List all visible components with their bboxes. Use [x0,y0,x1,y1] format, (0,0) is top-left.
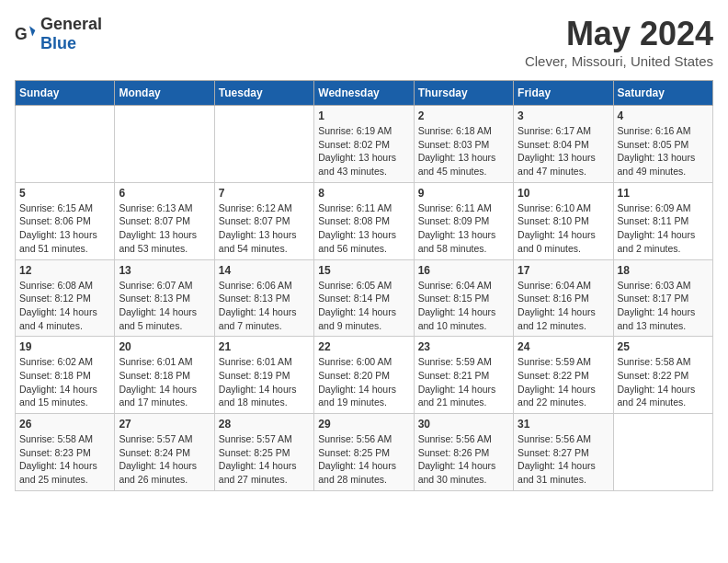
day-number: 7 [219,187,310,200]
day-number: 11 [618,187,709,200]
day-info: Sunrise: 6:10 AMSunset: 8:10 PMDaylight:… [518,201,609,256]
day-info: Sunrise: 6:08 AMSunset: 8:12 PMDaylight:… [19,279,110,333]
subtitle: Clever, Missouri, United States [525,53,713,69]
day-info: Sunrise: 6:12 AMSunset: 8:07 PMDaylight:… [219,201,310,256]
day-number: 21 [219,340,310,353]
day-cell: 5Sunrise: 6:15 AMSunset: 8:06 PMDaylight… [16,182,115,259]
day-cell: 28Sunrise: 5:57 AMSunset: 8:25 PMDayligh… [214,414,313,491]
day-cell: 19Sunrise: 6:02 AMSunset: 8:18 PMDayligh… [16,337,115,414]
day-info: Sunrise: 5:56 AMSunset: 8:25 PMDaylight:… [318,432,409,487]
day-info: Sunrise: 6:11 AMSunset: 8:08 PMDaylight:… [318,201,409,256]
day-cell: 27Sunrise: 5:57 AMSunset: 8:24 PMDayligh… [115,414,214,491]
weekday-header-saturday: Saturday [613,81,712,106]
day-cell: 14Sunrise: 6:06 AMSunset: 8:13 PMDayligh… [214,259,313,337]
weekday-header-monday: Monday [115,81,214,106]
day-number: 8 [318,187,409,200]
day-number: 12 [19,264,110,277]
day-cell: 22Sunrise: 6:00 AMSunset: 8:20 PMDayligh… [314,337,414,414]
day-cell: 30Sunrise: 5:56 AMSunset: 8:26 PMDayligh… [414,414,513,491]
logo: G General Blue [15,15,102,53]
day-number: 22 [318,340,409,353]
day-info: Sunrise: 6:02 AMSunset: 8:18 PMDaylight:… [19,355,110,409]
day-info: Sunrise: 6:04 AMSunset: 8:16 PMDaylight:… [518,279,609,333]
week-row-1: 1Sunrise: 6:19 AMSunset: 8:02 PMDaylight… [16,106,713,183]
day-info: Sunrise: 6:09 AMSunset: 8:11 PMDaylight:… [618,201,709,256]
day-cell: 2Sunrise: 6:18 AMSunset: 8:03 PMDaylight… [414,106,513,183]
day-info: Sunrise: 6:04 AMSunset: 8:15 PMDaylight:… [418,279,509,333]
day-number: 29 [318,418,409,431]
day-info: Sunrise: 6:07 AMSunset: 8:13 PMDaylight:… [119,279,210,333]
day-number: 4 [618,109,709,122]
header: G General Blue May 2024 Clever, Missouri… [15,15,713,69]
day-info: Sunrise: 5:58 AMSunset: 8:22 PMDaylight:… [618,355,709,409]
day-info: Sunrise: 5:57 AMSunset: 8:25 PMDaylight:… [219,432,310,487]
day-cell: 16Sunrise: 6:04 AMSunset: 8:15 PMDayligh… [414,259,513,337]
week-row-2: 5Sunrise: 6:15 AMSunset: 8:06 PMDaylight… [16,182,713,259]
day-info: Sunrise: 6:15 AMSunset: 8:06 PMDaylight:… [19,201,110,256]
day-cell [16,106,115,183]
logo-general-text: General [40,15,102,33]
day-cell: 11Sunrise: 6:09 AMSunset: 8:11 PMDayligh… [613,182,712,259]
day-cell: 13Sunrise: 6:07 AMSunset: 8:13 PMDayligh… [115,259,214,337]
day-number: 18 [618,264,709,277]
day-cell: 29Sunrise: 5:56 AMSunset: 8:25 PMDayligh… [314,414,414,491]
day-number: 16 [418,264,509,277]
day-info: Sunrise: 6:18 AMSunset: 8:03 PMDaylight:… [418,124,509,178]
day-cell [115,106,214,183]
title-section: May 2024 Clever, Missouri, United States [525,15,713,69]
weekday-header-sunday: Sunday [16,81,115,106]
day-info: Sunrise: 5:59 AMSunset: 8:22 PMDaylight:… [518,355,609,409]
day-number: 27 [119,418,210,431]
svg-text:G: G [15,25,28,43]
day-cell: 23Sunrise: 5:59 AMSunset: 8:21 PMDayligh… [414,337,513,414]
day-number: 26 [19,418,110,431]
day-cell [214,106,313,183]
day-number: 28 [219,418,310,431]
day-number: 14 [219,264,310,277]
day-cell: 7Sunrise: 6:12 AMSunset: 8:07 PMDaylight… [214,182,313,259]
week-row-3: 12Sunrise: 6:08 AMSunset: 8:12 PMDayligh… [16,259,713,337]
day-info: Sunrise: 6:06 AMSunset: 8:13 PMDaylight:… [219,279,310,333]
day-info: Sunrise: 6:16 AMSunset: 8:05 PMDaylight:… [618,124,709,178]
day-number: 15 [318,264,409,277]
weekday-header-row: SundayMondayTuesdayWednesdayThursdayFrid… [16,81,713,106]
day-cell: 1Sunrise: 6:19 AMSunset: 8:02 PMDaylight… [314,106,414,183]
day-cell: 21Sunrise: 6:01 AMSunset: 8:19 PMDayligh… [214,337,313,414]
day-cell: 25Sunrise: 5:58 AMSunset: 8:22 PMDayligh… [613,337,712,414]
day-number: 3 [518,109,609,122]
day-info: Sunrise: 6:11 AMSunset: 8:09 PMDaylight:… [418,201,509,256]
day-cell: 26Sunrise: 5:58 AMSunset: 8:23 PMDayligh… [16,414,115,491]
day-cell: 31Sunrise: 5:56 AMSunset: 8:27 PMDayligh… [514,414,613,491]
day-cell [613,414,712,491]
day-number: 31 [518,418,609,431]
day-number: 19 [19,340,110,353]
week-row-4: 19Sunrise: 6:02 AMSunset: 8:18 PMDayligh… [16,337,713,414]
day-info: Sunrise: 6:13 AMSunset: 8:07 PMDaylight:… [119,201,210,256]
day-info: Sunrise: 6:01 AMSunset: 8:18 PMDaylight:… [119,355,210,409]
day-info: Sunrise: 6:00 AMSunset: 8:20 PMDaylight:… [318,355,409,409]
day-info: Sunrise: 5:56 AMSunset: 8:26 PMDaylight:… [418,432,509,487]
day-info: Sunrise: 6:19 AMSunset: 8:02 PMDaylight:… [318,124,409,178]
day-number: 6 [119,187,210,200]
day-number: 25 [618,340,709,353]
day-cell: 9Sunrise: 6:11 AMSunset: 8:09 PMDaylight… [414,182,513,259]
calendar-table: SundayMondayTuesdayWednesdayThursdayFrid… [15,80,713,491]
day-info: Sunrise: 6:01 AMSunset: 8:19 PMDaylight:… [219,355,310,409]
day-number: 17 [518,264,609,277]
day-cell: 8Sunrise: 6:11 AMSunset: 8:08 PMDaylight… [314,182,414,259]
svg-marker-1 [29,26,35,36]
day-cell: 6Sunrise: 6:13 AMSunset: 8:07 PMDaylight… [115,182,214,259]
day-cell: 12Sunrise: 6:08 AMSunset: 8:12 PMDayligh… [16,259,115,337]
weekday-header-thursday: Thursday [414,81,513,106]
weekday-header-friday: Friday [514,81,613,106]
day-number: 30 [418,418,509,431]
day-number: 10 [518,187,609,200]
logo-blue-text: Blue [40,34,76,52]
day-cell: 18Sunrise: 6:03 AMSunset: 8:17 PMDayligh… [613,259,712,337]
day-number: 1 [318,109,409,122]
day-number: 23 [418,340,509,353]
day-number: 5 [19,187,110,200]
day-cell: 4Sunrise: 6:16 AMSunset: 8:05 PMDaylight… [613,106,712,183]
day-info: Sunrise: 6:05 AMSunset: 8:14 PMDaylight:… [318,279,409,333]
weekday-header-tuesday: Tuesday [214,81,313,106]
